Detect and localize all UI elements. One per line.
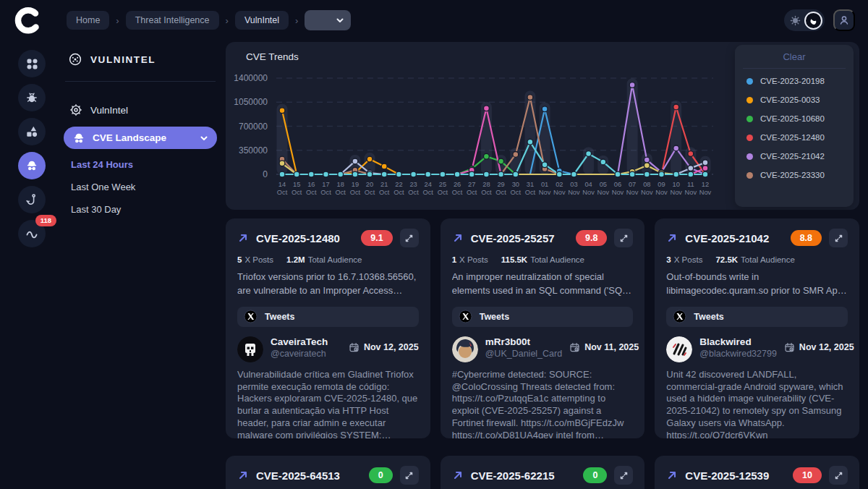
svg-text:07: 07 — [629, 181, 636, 188]
virus-circle-icon — [68, 52, 82, 67]
calendar-icon — [784, 342, 795, 353]
svg-text:Nov: Nov — [553, 189, 566, 196]
cve-card-cve-2025-12539: CVE-2025-1253910 — [655, 456, 859, 489]
legend-dot — [746, 116, 753, 122]
legend-label: CVE-2025-23330 — [760, 171, 825, 179]
sidebar-item-cve-landscape[interactable]: CVE Landscape — [64, 127, 217, 149]
cve-description: Out-of-bounds write in libimagecodec.qur… — [666, 271, 848, 298]
audience-stat: 72.5KTotal Audience — [715, 255, 795, 264]
icon-rail: 118 — [0, 42, 64, 254]
rail-button-wave-icon[interactable]: 118 — [18, 220, 46, 247]
sidebar-subitem-last-30-day[interactable]: Last 30 Day — [71, 204, 217, 215]
svg-text:Nov: Nov — [670, 189, 682, 196]
card-stats: 3X Posts72.5KTotal Audience — [666, 255, 848, 264]
arrow-up-right-icon — [452, 232, 464, 244]
top-bar: Home›Threat Intelligence›VulnIntel› — [0, 0, 868, 41]
legend-dot — [746, 153, 753, 160]
chart-legend: Clear CVE-2023-20198CVE-2025-0033CVE-202… — [735, 45, 854, 207]
legend-item-cve-2025-21042[interactable]: CVE-2025-21042 — [735, 147, 854, 166]
svg-text:12: 12 — [702, 181, 709, 188]
svg-text:Oct: Oct — [306, 189, 317, 196]
cve-description: Triofox versions prior to 16.7.10368.565… — [237, 271, 419, 298]
svg-text:Oct: Oct — [365, 189, 375, 196]
tweet-header: Blackwired@blackwired32799Nov 12, 2025 — [666, 336, 848, 362]
expand-button[interactable] — [829, 229, 848, 247]
cve-description: An improper neutralization of special el… — [452, 271, 634, 298]
topbar-actions — [784, 9, 855, 31]
svg-text:Nov: Nov — [582, 189, 595, 196]
sidebar-item-label: CVE Landscape — [93, 132, 166, 143]
legend-item-cve-2025-23330[interactable]: CVE-2025-23330 — [735, 166, 854, 184]
sidebar-subitem-last-24-hours[interactable]: Last 24 Hours — [71, 159, 217, 170]
rail-button-shapes-icon[interactable] — [18, 118, 46, 145]
sun-icon[interactable] — [790, 15, 801, 26]
svg-text:Oct: Oct — [452, 189, 463, 196]
breadcrumb-dropdown[interactable] — [305, 10, 351, 30]
legend-label: CVE-2025-21042 — [760, 152, 825, 161]
expand-button[interactable] — [829, 466, 848, 485]
rail-button-bug-icon[interactable] — [18, 84, 46, 111]
svg-text:27: 27 — [468, 181, 475, 188]
profile-button[interactable] — [833, 9, 855, 31]
cve-card-cve-2025-62215: CVE-2025-622150 — [441, 456, 645, 489]
shapes-icon — [25, 125, 38, 138]
sidebar-item-label: VulnIntel — [90, 105, 128, 116]
expand-button[interactable] — [614, 466, 633, 485]
card-header: CVE-2025-622150 — [452, 466, 634, 485]
tweet-author-handle[interactable]: @blackwired32799 — [699, 349, 777, 359]
tweet-author-name[interactable]: Blackwired — [699, 336, 777, 347]
svg-text:23: 23 — [409, 181, 417, 188]
breadcrumb-item-home[interactable]: Home — [67, 11, 109, 30]
x-logo-icon — [673, 310, 686, 323]
svg-text:16: 16 — [307, 181, 315, 188]
expand-button[interactable] — [614, 229, 633, 247]
breadcrumb-item-vulnintel[interactable]: VulnIntel — [235, 11, 289, 30]
svg-text:Nov: Nov — [539, 189, 551, 196]
tweet-author-name[interactable]: mRr3b00t — [485, 336, 563, 347]
cve-id: CVE-2025-12539 — [685, 469, 769, 482]
svg-text:Oct: Oct — [467, 189, 477, 196]
cve-id: CVE-2025-62215 — [471, 469, 555, 482]
legend-label: CVE-2025-0033 — [760, 95, 820, 104]
sidebar-item-vulnintel[interactable]: VulnIntel — [64, 98, 217, 122]
sidebar-subitem-last-one-week[interactable]: Last One Week — [71, 182, 217, 192]
theme-toggle[interactable] — [784, 9, 825, 31]
legend-item-cve-2025-0033[interactable]: CVE-2025-0033 — [735, 90, 854, 109]
moon-icon[interactable] — [804, 12, 822, 30]
cve-id: CVE-2025-21042 — [685, 232, 769, 244]
tweet-text: #Cybercrime detected: SOURCE: @ColoCross… — [452, 369, 634, 438]
legend-clear-button[interactable]: Clear — [743, 51, 846, 69]
cvss-score-badge: 0 — [369, 467, 393, 483]
gear-circle-icon — [69, 103, 82, 116]
legend-item-cve-2025-12480[interactable]: CVE-2025-12480 — [735, 128, 854, 147]
tweet-author-handle[interactable]: @caveiratech — [271, 349, 328, 359]
rail-button-grid-icon[interactable] — [18, 50, 46, 77]
tweet-header: CaveiraTech@caveiratechNov 12, 2025 — [237, 336, 419, 362]
app-logo-icon — [13, 6, 42, 35]
cve-id: CVE-2025-25257 — [471, 232, 555, 244]
expand-button[interactable] — [400, 466, 419, 485]
svg-text:350000: 350000 — [239, 145, 268, 156]
svg-text:15: 15 — [293, 181, 300, 188]
spy-icon — [72, 132, 85, 145]
legend-item-cve-2023-20198[interactable]: CVE-2023-20198 — [735, 72, 854, 90]
rail-button-hook-icon[interactable] — [18, 186, 46, 213]
cvss-score-badge: 0 — [583, 467, 607, 483]
x-logo-icon — [459, 310, 472, 323]
tweets-label: Tweets — [265, 312, 294, 322]
x-logo-icon — [244, 310, 258, 323]
expand-button[interactable] — [400, 229, 419, 247]
svg-text:Oct: Oct — [277, 189, 288, 196]
tweet-date: Nov 12, 2025 — [784, 336, 854, 353]
tweet-author-handle[interactable]: @UK_Daniel_Card — [485, 349, 563, 359]
svg-text:Oct: Oct — [350, 189, 361, 196]
calendar-icon — [569, 342, 580, 353]
legend-item-cve-2025-10680[interactable]: CVE-2025-10680 — [735, 109, 854, 128]
breadcrumb: Home›Threat Intelligence›VulnIntel› — [67, 10, 351, 30]
tweet-author-name[interactable]: CaveiraTech — [271, 336, 328, 347]
rail-button-spy-icon[interactable] — [18, 152, 46, 179]
wave-icon — [25, 227, 39, 240]
svg-text:18: 18 — [337, 181, 344, 188]
svg-text:31: 31 — [527, 181, 534, 188]
breadcrumb-item-threat-intelligence[interactable]: Threat Intelligence — [126, 11, 219, 30]
